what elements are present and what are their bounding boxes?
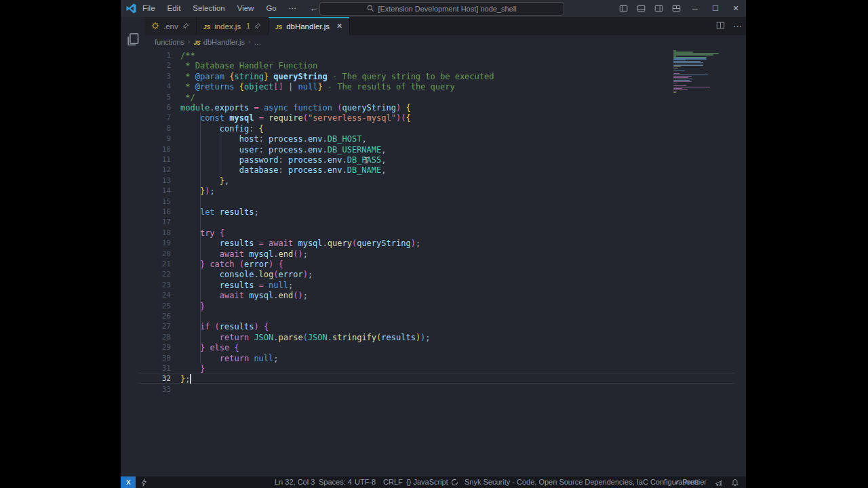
tab-env[interactable]: .env [144, 17, 197, 35]
code-text: password: process.env.DB_PASS, [180, 155, 387, 165]
menu-item-view[interactable]: View [231, 0, 260, 17]
status-snyk[interactable]: Snyk Security - Code, Open Source Depend… [465, 476, 698, 488]
code-line-29[interactable]: } else { [121, 342, 734, 353]
code-line-30[interactable]: return null; [121, 353, 734, 364]
code-line-1[interactable]: /** [121, 50, 734, 61]
tab-indexjs[interactable]: JSindex.js1 [197, 17, 269, 35]
code-line-4[interactable]: * @returns {object[] | null} - The resul… [121, 81, 734, 92]
text-cursor [190, 374, 191, 384]
breadcrumb-label: functions [155, 38, 184, 46]
vscode-logo-icon [126, 3, 136, 14]
code-line-17[interactable] [121, 217, 734, 228]
minimap-line [673, 85, 686, 87]
status-spaces[interactable]: Spaces: 4 [319, 476, 352, 488]
vscode-window: FileEditSelectionViewGo⋯ ← → [Extension … [121, 0, 746, 488]
code-text: user: process.env.DB_USERNAME, [180, 144, 387, 155]
breadcrumb-item[interactable]: … [254, 38, 261, 46]
split-editor-icon[interactable] [716, 20, 725, 33]
close-button[interactable]: ✕ [726, 0, 746, 17]
code-text: /** [180, 50, 195, 61]
menu-item-more[interactable]: ⋯ [283, 0, 303, 17]
code-line-11[interactable]: password: process.env.DB_PASS, [121, 155, 734, 165]
code-line-24[interactable]: await mysql.end(); [121, 290, 734, 301]
tab-close-icon[interactable]: ✕ [336, 22, 342, 30]
plug-bolt-icon[interactable] [141, 476, 147, 488]
minimap-line [673, 83, 677, 84]
minimap-line [673, 68, 678, 69]
code-line-7[interactable]: const mysql = require("serverless-mysql"… [121, 113, 734, 123]
toggle-secondary-sidebar-icon[interactable] [650, 0, 667, 17]
js-icon: JS [193, 38, 200, 46]
code-line-33[interactable] [121, 384, 734, 395]
code-line-15[interactable] [121, 197, 734, 207]
code-line-28[interactable]: return JSON.parse(JSON.stringify(results… [121, 332, 734, 343]
code-line-19[interactable]: results = await mysql.query(queryString)… [121, 238, 734, 249]
maximize-button[interactable]: ☐ [705, 0, 726, 17]
code-line-32[interactable]: }; [121, 373, 734, 384]
search-icon [367, 5, 374, 14]
code-text: */ [180, 92, 195, 103]
code-text: console.log(error); [180, 269, 313, 280]
status-crlf[interactable]: CRLF [383, 476, 403, 488]
code-line-23[interactable]: results = null; [121, 280, 734, 291]
code-line-9[interactable]: host: process.env.DB_HOST, [121, 134, 734, 144]
code-line-13[interactable]: }, [121, 176, 734, 186]
minimap-line [673, 70, 685, 72]
menu-item-go[interactable]: Go [260, 0, 282, 17]
more-actions-icon[interactable]: ⋯ [733, 21, 742, 31]
code-line-26[interactable] [121, 311, 734, 322]
code-text: let results; [180, 207, 259, 218]
code-line-3[interactable]: * @param {string} queryString - The quer… [121, 71, 734, 82]
code-line-5[interactable]: */ [121, 92, 734, 103]
toggle-sidebar-icon[interactable] [614, 0, 632, 17]
tab-dbHandlerjs[interactable]: JSdbHandler.js✕ [269, 17, 351, 35]
code-line-16[interactable]: let results; [121, 207, 734, 218]
code-line-6[interactable]: module.exports = async function (querySt… [121, 102, 734, 113]
code-line-12[interactable]: database: process.env.DB_NAME, [121, 165, 734, 176]
code-line-18[interactable]: try { [121, 228, 734, 239]
menu-item-edit[interactable]: Edit [161, 0, 187, 17]
code-line-8[interactable]: config: { [121, 123, 734, 134]
code-line-2[interactable]: * Database Handler Function [121, 60, 734, 71]
status-prettier[interactable]: ✓ Prettier [674, 476, 707, 488]
breadcrumb-item[interactable]: JSdbHandler.js [193, 38, 245, 46]
menu-item-file[interactable]: File [136, 0, 161, 17]
remote-indicator[interactable] [121, 476, 136, 488]
breadcrumb-label: … [254, 38, 261, 46]
tab-bar: .envJSindex.js1JSdbHandler.js✕ [144, 17, 746, 35]
code-line-14[interactable]: }); [121, 186, 734, 197]
code-text: } else { [180, 342, 239, 353]
code-text: return JSON.parse(JSON.stringify(results… [180, 332, 431, 343]
code-text: }; [180, 373, 190, 384]
code-line-10[interactable]: user: process.env.DB_USERNAME, [121, 144, 734, 155]
minimize-button[interactable]: ─ [685, 0, 705, 17]
toggle-panel-icon[interactable] [632, 0, 650, 17]
code-line-25[interactable]: } [121, 301, 734, 312]
feedback-icon[interactable] [715, 476, 723, 488]
pin-icon[interactable] [182, 22, 189, 30]
gear-icon [151, 22, 159, 31]
status-[interactable]: {} JavaScript [406, 476, 448, 488]
status-utf8[interactable]: UTF-8 [355, 476, 376, 488]
status-spinner[interactable] [451, 476, 458, 488]
command-center[interactable]: [Extension Development Host] node_shell [319, 2, 564, 16]
tab-label: dbHandler.js [286, 22, 330, 30]
code-text: const mysql = require("serverless-mysql"… [180, 113, 411, 123]
status-ln[interactable]: Ln 32, Col 3 [275, 476, 315, 488]
code-editor[interactable]: 1/**2 * Database Handler Function3 * @pa… [121, 48, 746, 476]
bell-icon[interactable] [731, 476, 739, 488]
breadcrumb-item[interactable]: functions [155, 38, 184, 46]
menu-bar: FileEditSelectionViewGo⋯ [136, 0, 302, 17]
customize-layout-icon[interactable] [667, 0, 685, 17]
code-line-27[interactable]: if (results) { [121, 321, 734, 332]
minimap-line [673, 89, 688, 91]
minimap[interactable] [673, 50, 733, 94]
code-line-20[interactable]: await mysql.end(); [121, 249, 734, 260]
code-text: config: { [180, 123, 264, 134]
menu-item-selection[interactable]: Selection [186, 0, 231, 17]
pin-icon[interactable] [254, 22, 261, 30]
code-line-22[interactable]: console.log(error); [121, 269, 734, 280]
minimap-line [673, 81, 692, 83]
explorer-icon[interactable] [125, 31, 140, 47]
code-line-21[interactable]: } catch (error) { [121, 259, 734, 270]
